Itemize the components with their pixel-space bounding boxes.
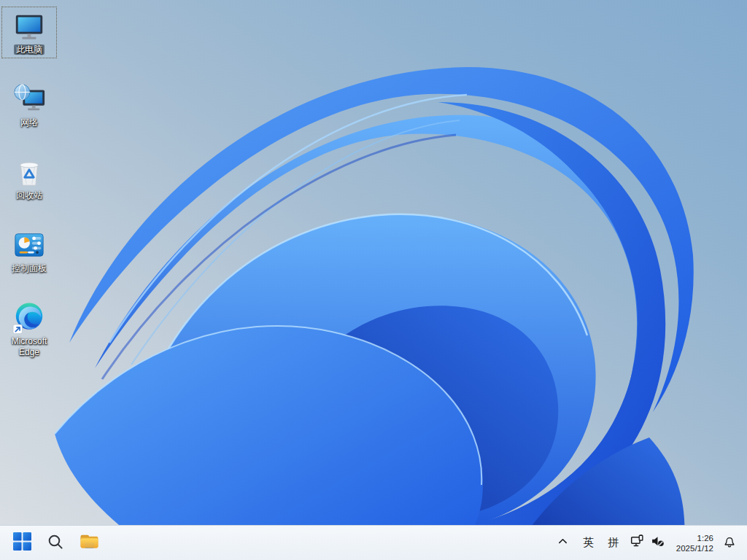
recycle-bin-icon (12, 155, 47, 190)
system-tray: 英 拼 (554, 526, 747, 560)
clock-date: 2025/1/12 (676, 543, 713, 553)
search-button[interactable] (41, 529, 70, 558)
this-pc-icon (12, 9, 47, 44)
file-explorer-button[interactable] (74, 529, 104, 558)
folder-icon (80, 533, 99, 553)
desktop: 此电脑 (0, 0, 747, 525)
chevron-up-icon (557, 536, 568, 550)
desktop-icon-this-pc[interactable]: 此电脑 (1, 7, 57, 58)
volume-muted-button[interactable] (649, 529, 667, 558)
clock-time: 1:26 (676, 533, 713, 543)
desktop-icon-grid: 此电脑 (1, 7, 57, 361)
desktop-icon-label: 网络 (20, 117, 38, 128)
desktop-icon-microsoft-edge[interactable]: Microsoft Edge (1, 298, 57, 361)
tray-show-hidden-icons-button[interactable] (554, 529, 573, 558)
wallpaper-bloom (0, 0, 747, 525)
network-icon (12, 82, 47, 117)
desktop-icon-network[interactable]: 网络 (1, 79, 57, 131)
ime-mode-indicator[interactable]: 拼 (603, 529, 624, 558)
taskbar: 英 拼 (0, 525, 747, 560)
speaker-muted-icon (651, 534, 665, 551)
desktop-icon-control-panel[interactable]: 控制面板 (1, 225, 57, 277)
ethernet-network-icon (630, 534, 644, 551)
microsoft-edge-icon (12, 300, 47, 335)
start-button[interactable] (7, 529, 36, 558)
control-panel-icon (12, 228, 47, 262)
desktop-icon-recycle-bin[interactable]: 回收站 (1, 152, 57, 204)
notifications-button[interactable] (719, 529, 740, 558)
clock[interactable]: 1:26 2025/1/12 (672, 529, 718, 558)
bell-icon (723, 535, 736, 551)
windows-logo-icon (13, 532, 31, 553)
desktop-icon-label: Microsoft Edge (2, 336, 56, 358)
ime-language-indicator[interactable]: 英 (578, 529, 599, 558)
network-status-button[interactable] (628, 529, 647, 558)
desktop-icon-label: 此电脑 (14, 44, 44, 55)
taskbar-left (0, 529, 104, 558)
search-icon (47, 533, 64, 553)
desktop-icon-label: 回收站 (16, 190, 42, 201)
desktop-icon-label: 控制面板 (12, 263, 47, 274)
